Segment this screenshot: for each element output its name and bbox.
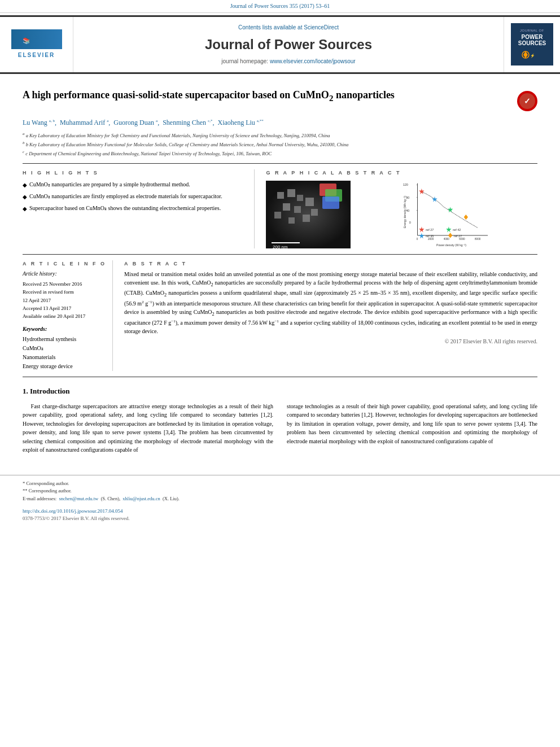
email1-link[interactable]: snchen@mut.edu.tw: [59, 496, 98, 501]
author-lu-wang: Lu Wang: [23, 119, 47, 126]
svg-text:📚: 📚: [23, 37, 31, 45]
svg-rect-15: [288, 217, 295, 224]
sciencedirect-link: Contents lists available at ScienceDirec…: [238, 24, 339, 32]
crossmark-badge[interactable]: ✓: [517, 91, 537, 111]
journal-title: Journal of Power Sources: [205, 35, 372, 54]
svg-marker-44: [448, 233, 452, 238]
author-muhammad-arif: Muhammad Arif: [60, 119, 105, 126]
highlight-item-3: ◆ Supercapacitor based on CuMnO₂ shows t…: [23, 204, 248, 213]
authors-line: Lu Wang a, b, Muhammad Arif a, Guorong D…: [23, 118, 537, 128]
ragone-svg: 120 80 40 0 0 2000 4000 6000 8000: [355, 181, 537, 248]
author-xiaoheng-liu: Xiaoheng Liu: [217, 119, 255, 126]
svg-text:6000: 6000: [460, 238, 466, 241]
svg-text:200 nm: 200 nm: [273, 244, 288, 248]
divider-after-abstract: [23, 377, 537, 377]
author-shenming-chen: Shenming Chen: [163, 119, 206, 126]
badge-title-text: POWERSOURCES: [518, 34, 546, 46]
highlights-list: ◆ CuMnO₂ nanoparticles are prepared by a…: [23, 181, 248, 213]
svg-text:2000: 2000: [428, 238, 434, 241]
sciencedirect-text[interactable]: ScienceDirect: [304, 24, 339, 30]
affiliation-a: a a Key Laboratory of Education Ministry…: [23, 132, 537, 139]
keywords-section: Keywords: Hydrothermal synthesis CuMnO₂ …: [23, 325, 107, 371]
svg-text:0: 0: [409, 221, 411, 224]
tem-image-inner: 200 nm: [266, 181, 351, 248]
main-content: A high performance quasi-solid-state sup…: [0, 74, 560, 464]
svg-rect-16: [311, 209, 318, 216]
abstract-column: A B S T R A C T Mixed metal or transitio…: [124, 260, 537, 371]
intro-left-text: Fast charge-discharge supercapacitors ar…: [23, 402, 273, 455]
data-point-ref27-red: [419, 189, 425, 194]
keyword-2: CuMnO₂: [23, 344, 107, 353]
svg-rect-12: [305, 198, 314, 206]
divider-after-affiliations: [23, 163, 537, 164]
highlight-item-1: ◆ CuMnO₂ nanoparticles are prepared by a…: [23, 181, 248, 189]
svg-marker-42: [447, 226, 452, 232]
email2-link[interactable]: xhliu@njust.edu.cn: [123, 496, 160, 501]
doi-link[interactable]: http://dx.doi.org/10.1016/j.jpowsour.201…: [23, 508, 123, 514]
svg-rect-19: [322, 196, 339, 209]
svg-rect-7: [277, 192, 284, 199]
article-info-abstract-section: A R T I C L E I N F O Article history: R…: [23, 260, 537, 371]
email1-name: (S. Chen),: [100, 496, 120, 501]
highlights-graphical-section: H I G H L I G H T S ◆ CuMnO₂ nanoparticl…: [23, 169, 537, 249]
footer-doi-line: http://dx.doi.org/10.1016/j.jpowsour.201…: [23, 506, 537, 515]
available-date: Available online 20 April 2017: [23, 312, 107, 320]
data-point-ref27-orange: [464, 215, 468, 220]
data-point-ref35: [432, 196, 438, 202]
tem-image: 200 nm: [266, 181, 351, 248]
article-history-title: Article history:: [23, 270, 107, 278]
footer-notes: * Corresponding author. ** Corresponding…: [23, 480, 537, 503]
keywords-label: Keywords:: [23, 325, 107, 333]
copyright-line: © 2017 Elsevier B.V. All rights reserved…: [124, 338, 537, 346]
footer-copyright: 0378-7753/© 2017 Elsevier B.V. All right…: [23, 515, 537, 522]
highlight-text-2: CuMnO₂ nanoparticles are firstly employe…: [29, 193, 222, 201]
divider-after-highlights: [23, 254, 537, 255]
email2-name: (X. Liu).: [163, 496, 180, 501]
email-label: E-mail addresses:: [23, 496, 56, 501]
journal-logo-side: JOURNAL OF POWERSOURCES ⚡: [504, 17, 560, 72]
ragone-chart: 120 80 40 0 0 2000 4000 6000 8000: [355, 181, 537, 248]
svg-text:Energy density (Wh kg⁻¹): Energy density (Wh kg⁻¹): [404, 196, 407, 229]
revised-date: 12 April 2017: [23, 296, 107, 304]
article-title: A high performance quasi-solid-state sup…: [23, 89, 517, 104]
svg-marker-38: [419, 226, 425, 232]
highlight-item-2: ◆ CuMnO₂ nanoparticles are firstly emplo…: [23, 193, 248, 201]
keyword-1: Hydrothermal synthesis: [23, 335, 107, 344]
elsevier-logo-section: 📚 ELSEVIER: [0, 17, 73, 72]
svg-text:0: 0: [417, 238, 418, 241]
svg-rect-14: [303, 215, 310, 222]
affiliations: a a Key Laboratory of Education Ministry…: [23, 132, 537, 157]
homepage-url[interactable]: www.elsevier.com/locate/jpowsour: [270, 58, 356, 64]
svg-rect-13: [274, 212, 281, 219]
revised-label: Received in revised form: [23, 288, 107, 296]
graphical-abstract-column: G R A P H I C A L A B S T R A C T: [266, 169, 537, 249]
elsevier-label: ELSEVIER: [18, 51, 55, 59]
highlights-column: H I G H L I G H T S ◆ CuMnO₂ nanoparticl…: [23, 169, 255, 249]
svg-text:ref 27: ref 27: [454, 234, 462, 238]
introduction-title: 1. Introduction: [23, 386, 537, 396]
journal-reference-bar: Journal of Power Sources 355 (2017) 53–6…: [0, 0, 560, 13]
journal-header: 📚 ELSEVIER Contents lists available at S…: [0, 15, 560, 74]
svg-text:Power density (W kg⁻¹): Power density (W kg⁻¹): [437, 243, 467, 247]
svg-text:✓: ✓: [524, 97, 531, 106]
corresponding-note: * Corresponding author.: [23, 480, 537, 488]
svg-rect-8: [287, 189, 295, 197]
journal-homepage: journal homepage: www.elsevier.com/locat…: [221, 58, 355, 65]
email-line: E-mail addresses: snchen@mut.edu.tw (S. …: [23, 495, 537, 503]
affiliation-b: b b Key Laboratory of Education Ministry…: [23, 141, 537, 148]
svg-text:⚡: ⚡: [530, 53, 535, 58]
svg-text:ref 27: ref 27: [426, 228, 434, 231]
svg-text:120: 120: [403, 183, 408, 186]
keyword-4: Energy storage device: [23, 362, 107, 371]
svg-marker-40: [419, 233, 425, 238]
journal-ref-text: Journal of Power Sources 355 (2017) 53–6…: [230, 3, 330, 9]
double-corresponding-note: ** Corresponding author.: [23, 487, 537, 495]
accepted-date: Accepted 13 April 2017: [23, 304, 107, 312]
elsevier-logo-box: 📚: [11, 29, 62, 49]
svg-text:4000: 4000: [444, 238, 450, 241]
article-info-column: A R T I C L E I N F O Article history: R…: [23, 260, 113, 371]
introduction-section: 1. Introduction Fast charge-discharge su…: [23, 386, 537, 455]
highlight-text-1: CuMnO₂ nanoparticles are prepared by a s…: [29, 181, 190, 189]
highlight-text-3: Supercapacitor based on CuMnO₂ shows the…: [29, 204, 221, 213]
article-title-section: A high performance quasi-solid-state sup…: [23, 83, 537, 111]
